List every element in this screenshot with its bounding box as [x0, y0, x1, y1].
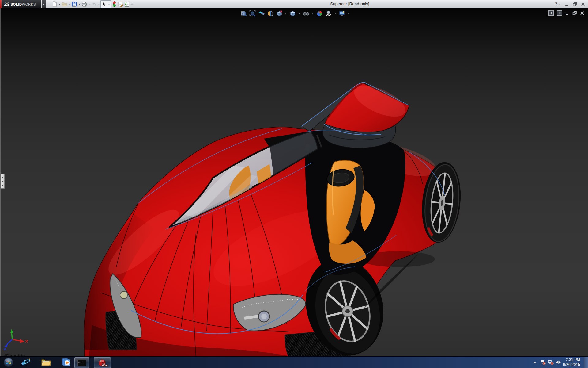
quick-access-toolbar	[51, 0, 134, 8]
svg-text:e: e	[22, 358, 26, 367]
selection-filter-button[interactable]	[111, 1, 117, 8]
display-style-button[interactable]	[289, 10, 296, 17]
network-disconnected-icon	[548, 359, 554, 365]
printer-icon	[81, 2, 87, 7]
arrow-right-icon	[558, 12, 561, 14]
show-hidden-icons-button[interactable]	[533, 357, 537, 368]
command-prompt-icon: C:\_	[77, 359, 86, 366]
minimize-button[interactable]	[565, 2, 569, 6]
view-orientation-button[interactable]	[276, 10, 283, 17]
floppy-disk-icon	[72, 2, 77, 7]
document-window-controls	[548, 10, 584, 16]
view-settings-button[interactable]	[338, 10, 345, 17]
windows-start-icon	[3, 357, 13, 367]
options-caret[interactable]	[130, 1, 134, 8]
volume-button[interactable]	[556, 357, 561, 368]
undo-arrow-icon	[91, 2, 97, 7]
print-caret[interactable]	[87, 1, 91, 8]
taskbar-file-explorer[interactable]	[39, 357, 53, 367]
view-settings-caret[interactable]	[347, 12, 350, 15]
hide-show-items-caret[interactable]	[311, 12, 314, 15]
apply-scene-caret[interactable]	[334, 12, 337, 15]
pane-collapse-left-button[interactable]	[548, 10, 554, 16]
window-controls: ?	[555, 0, 585, 8]
display-style-icon	[289, 10, 296, 17]
action-center-flag-icon	[540, 359, 546, 365]
pane-expand-right-button[interactable]	[557, 10, 562, 16]
zoom-to-area-icon	[249, 10, 256, 17]
wordmark-solid: SOLID	[10, 2, 22, 6]
wordmark-works: WORKS	[22, 2, 36, 6]
eyeglasses-icon	[303, 10, 309, 17]
action-center-button[interactable]	[540, 357, 546, 368]
undo-button[interactable]	[91, 1, 97, 8]
hide-show-items-button[interactable]	[303, 10, 310, 17]
zoom-to-area-button[interactable]	[249, 10, 256, 17]
help-caret	[559, 4, 561, 6]
graphics-area[interactable]: *Dimetric	[0, 8, 588, 357]
view-orientation-icon	[276, 10, 282, 17]
car-model[interactable]	[0, 8, 588, 357]
select-caret[interactable]	[107, 1, 111, 8]
network-status-button[interactable]	[548, 357, 554, 368]
solidworks-window: 3S SOLIDWORKS	[0, 0, 588, 368]
taskbar: e C:\_	[0, 356, 588, 368]
help-icon: ?	[555, 2, 558, 7]
previous-view-button[interactable]	[258, 10, 265, 17]
zoom-to-fit-icon	[240, 10, 247, 17]
save-button[interactable]	[71, 1, 77, 8]
help-button[interactable]: ?	[555, 2, 561, 7]
apply-scene-icon	[325, 10, 332, 17]
doc-minimize-button[interactable]	[565, 11, 569, 15]
open-button[interactable]	[61, 1, 68, 8]
new-document-caret[interactable]	[58, 1, 61, 8]
solidworks-version-badge: 2015	[101, 364, 107, 367]
options-button[interactable]	[124, 1, 130, 8]
taskbar-clock[interactable]: 2:31 PM 6/26/2015	[563, 358, 580, 367]
section-view-icon	[267, 10, 273, 17]
display-style-caret[interactable]	[298, 12, 301, 15]
new-document-button[interactable]	[51, 1, 58, 8]
view-settings-icon	[338, 10, 345, 17]
start-button[interactable]	[2, 357, 14, 367]
section-view-button[interactable]	[267, 10, 274, 17]
titlebar: 3S SOLIDWORKS	[0, 0, 588, 9]
menu-expand-arrow[interactable]	[42, 0, 46, 8]
print-button[interactable]	[81, 1, 87, 8]
taskbar-internet-explorer[interactable]: e	[19, 357, 32, 367]
select-button[interactable]	[101, 1, 107, 8]
taskbar-solidworks-2015[interactable]: S W 2015	[94, 357, 111, 368]
svg-text:S: S	[100, 359, 101, 362]
save-caret[interactable]	[77, 1, 81, 8]
clock-date: 6/26/2015	[563, 362, 580, 367]
traffic-light-icon	[112, 1, 116, 7]
x-axis-arrow	[20, 339, 24, 343]
show-desktop-button[interactable]	[584, 357, 588, 368]
y-axis-arrow	[10, 329, 13, 333]
solidworks-wordmark: SOLIDWORKS	[10, 2, 36, 6]
chevron-left-icon	[1, 180, 3, 182]
folder-icon	[41, 358, 51, 366]
edit-appearance-hud-button[interactable]	[316, 10, 323, 17]
heads-up-view-toolbar	[240, 10, 350, 17]
doc-restore-button[interactable]	[572, 11, 577, 15]
close-button[interactable]	[581, 2, 585, 6]
taskbar-media-player[interactable]	[59, 357, 72, 367]
appearance-sphere-icon	[316, 10, 323, 17]
apply-scene-button[interactable]	[325, 10, 332, 17]
solidworks-logo: 3S SOLIDWORKS	[0, 0, 41, 8]
view-orientation-caret[interactable]	[285, 12, 287, 15]
undo-caret[interactable]	[97, 1, 100, 8]
chevron-up-icon	[533, 361, 537, 364]
doc-close-button[interactable]	[580, 11, 584, 15]
open-folder-icon	[62, 2, 67, 6]
speaker-icon	[556, 360, 561, 365]
restore-button[interactable]	[573, 2, 577, 6]
edit-appearance-button[interactable]	[117, 1, 124, 8]
taskbar-command-prompt[interactable]: C:\_	[74, 357, 89, 368]
open-caret[interactable]	[68, 1, 71, 8]
command-prompt-icon-text: C:\_	[78, 361, 84, 364]
feature-tree-collapsed-tab[interactable]	[1, 174, 5, 189]
zoom-to-fit-button[interactable]	[240, 10, 247, 17]
window-title: Supercar [Read-only]	[330, 0, 369, 8]
